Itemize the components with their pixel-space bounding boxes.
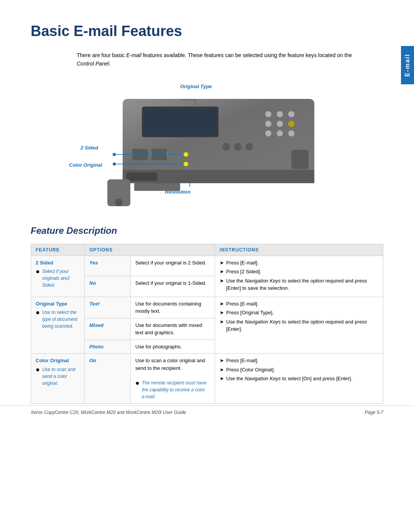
svg-point-20: [184, 152, 188, 157]
svg-rect-2: [144, 108, 217, 135]
svg-point-27: [115, 199, 123, 206]
option-photo-cell: Photo: [85, 340, 131, 354]
svg-point-14: [245, 143, 253, 151]
instructions-colororig: ➤Press [E-mail]. ➤Press [Color Original]…: [215, 354, 383, 404]
th-feature: FEATURE: [31, 244, 85, 256]
option-text-desc: Use for documents containing mostly text…: [131, 297, 215, 318]
table-row: Color Original ●Use to scan and send a c…: [31, 354, 383, 404]
option-no-desc: Select if your original is 1-Sided.: [131, 276, 215, 297]
option-mixed-desc: Use for documents with mixed text and gr…: [131, 318, 215, 340]
label-two-sided: 2 Sided: [80, 145, 98, 151]
intro-text: There are four basic E-mail features ava…: [77, 51, 364, 68]
option-on-desc: Use to scan a color original and send to…: [131, 354, 215, 404]
svg-point-6: [265, 121, 271, 127]
page-container: E-mail Basic E-mail Features There are f…: [0, 0, 414, 427]
instructions-origtype: ➤Press [E-mail]. ➤Press [Original Type].…: [215, 297, 383, 354]
svg-rect-1: [142, 107, 219, 137]
svg-point-13: [234, 143, 242, 151]
svg-point-4: [277, 111, 283, 117]
th-options: OPTIONS: [85, 244, 215, 256]
footer-left: Xerox CopyCentre C20, WorkCentre M20 and…: [31, 410, 186, 415]
feature-name-colororig: Color Original: [36, 357, 80, 365]
feature-desc-colororig: ●Use to scan and send a color original.: [36, 366, 80, 387]
table-row: Original Type ●Use to select the type of…: [31, 297, 383, 318]
section-title: Feature Description: [31, 225, 383, 236]
side-tab: E-mail: [401, 46, 414, 84]
svg-rect-18: [132, 149, 148, 160]
page-title: Basic E-mail Features: [31, 23, 383, 39]
diagram-area: Original Type 2 Sided Color Original Res…: [31, 80, 383, 210]
feature-name-2sided: 2 Sided: [36, 259, 80, 267]
option-text: Text: [89, 301, 99, 307]
svg-point-12: [222, 143, 230, 151]
svg-point-17: [162, 151, 168, 158]
feature-cell-2sided: 2 Sided ●Select if your originals are2 S…: [31, 256, 85, 297]
option-text-cell: Text: [85, 297, 131, 318]
label-resolution: Resolution: [165, 189, 191, 195]
svg-rect-24: [127, 172, 157, 181]
option-no: No: [89, 280, 96, 286]
svg-point-3: [265, 111, 271, 117]
feature-desc-2sided: ●Select if your originals are2 Sided.: [36, 268, 80, 289]
svg-point-5: [288, 111, 294, 117]
option-yes-desc: Select if your original is 2 Sided.: [131, 256, 215, 276]
table-row: 2 Sided ●Select if your originals are2 S…: [31, 256, 383, 276]
option-on-cell: On: [85, 354, 131, 404]
svg-point-11: [288, 130, 294, 136]
svg-point-9: [265, 130, 271, 136]
svg-point-8: [288, 121, 294, 127]
footer-right: Page 5-7: [365, 410, 383, 415]
label-original-type: Original Type: [180, 84, 212, 89]
feature-cell-origtype: Original Type ●Use to select the type of…: [31, 297, 85, 354]
option-on: On: [89, 358, 96, 363]
option-photo-desc: Use for photographs.: [131, 340, 215, 354]
option-photo: Photo: [89, 344, 104, 350]
page-footer: Xerox CopyCentre C20, WorkCentre M20 and…: [0, 406, 414, 415]
svg-rect-25: [291, 150, 309, 169]
instructions-2sided: ➤Press [E-mail]. ➤Press [2 Sided]. ➤Use …: [215, 256, 383, 297]
svg-point-33: [113, 163, 116, 166]
svg-rect-0: [123, 99, 314, 183]
feature-table: FEATURE OPTIONS INSTRUCTIONS 2 Sided ●Se…: [31, 244, 383, 404]
feature-desc-origtype: ●Use to select the type of document bein…: [36, 309, 80, 330]
svg-rect-19: [151, 149, 167, 160]
svg-rect-22: [123, 170, 314, 183]
label-color-original: Color Original: [69, 162, 102, 168]
feature-name-origtype: Original Type: [36, 300, 80, 308]
svg-rect-26: [107, 179, 130, 206]
svg-point-10: [277, 130, 283, 136]
svg-point-15: [139, 151, 145, 158]
option-no-cell: No: [85, 276, 131, 297]
option-mixed: Mixed: [89, 322, 104, 328]
svg-point-31: [113, 153, 116, 156]
option-yes-cell: Yes: [85, 256, 131, 276]
feature-cell-colororig: Color Original ●Use to scan and send a c…: [31, 354, 85, 404]
option-yes: Yes: [89, 260, 98, 266]
th-instructions: INSTRUCTIONS: [215, 244, 383, 256]
option-mixed-cell: Mixed: [85, 318, 131, 340]
svg-point-16: [150, 151, 156, 158]
svg-point-21: [184, 162, 188, 166]
svg-point-7: [277, 121, 283, 127]
